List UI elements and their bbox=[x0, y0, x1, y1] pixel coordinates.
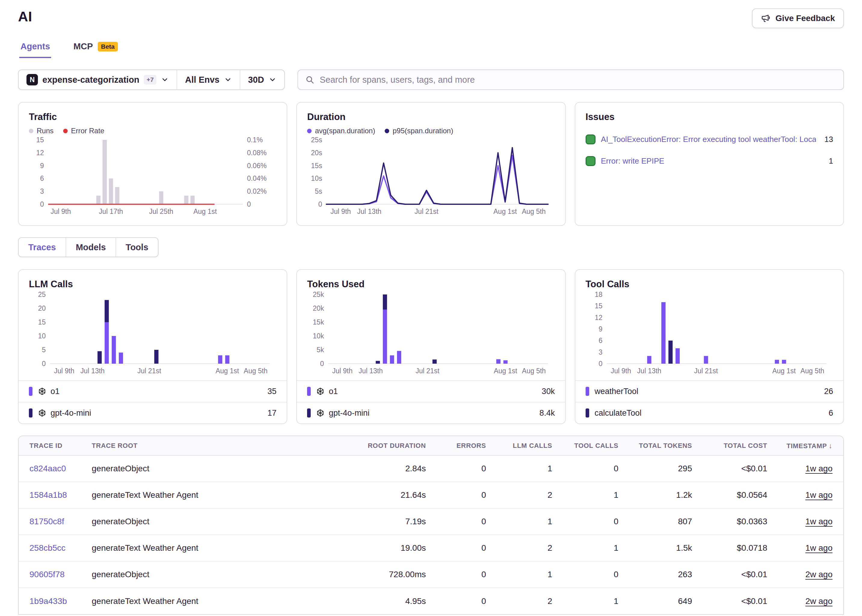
duration-chart: 05s10s15s20s25sJul 9thJul 13thJul 21stAu… bbox=[307, 137, 554, 216]
tokens-used-legend: o130kgpt-4o-mini8.4k bbox=[297, 380, 565, 423]
openai-icon bbox=[38, 409, 46, 417]
cell-timestamp: 1w ago bbox=[773, 535, 843, 561]
timestamp-value: 2w ago bbox=[805, 570, 832, 579]
table-row[interactable]: 81750c8fgenerateObject7.19s010807$0.0363… bbox=[19, 508, 843, 535]
column-header-total-cost[interactable]: TOTAL COST bbox=[697, 436, 773, 456]
trace-id-link[interactable]: c824aac0 bbox=[30, 464, 66, 473]
table-row[interactable]: c824aac0generateObject2.84s010295<$0.011… bbox=[19, 456, 843, 482]
legend-total-row[interactable]: weatherTool26 bbox=[575, 380, 843, 402]
environment-filter-dropdown[interactable]: All Envs bbox=[177, 70, 239, 90]
legend-dot bbox=[307, 129, 312, 133]
series-name: o1 bbox=[329, 387, 338, 396]
svg-text:10: 10 bbox=[38, 332, 46, 340]
svg-text:Jul 21st: Jul 21st bbox=[415, 207, 439, 215]
column-label: ROOT DURATION bbox=[368, 442, 426, 449]
tokens-used-card-title: Tokens Used bbox=[307, 279, 554, 290]
trace-id-link[interactable]: 1584a1b8 bbox=[30, 490, 67, 500]
trace-id-link[interactable]: 81750c8f bbox=[30, 517, 64, 526]
column-header-llm-calls[interactable]: LLM CALLS bbox=[491, 436, 557, 456]
cell-timestamp: 1w ago bbox=[773, 482, 843, 508]
series-name: gpt-4o-mini bbox=[50, 409, 91, 418]
cell-root-duration: 728.00ms bbox=[347, 561, 431, 588]
table-row[interactable]: 1b9a433bgenerateText Weather Agent4.95s0… bbox=[19, 588, 843, 614]
svg-text:20k: 20k bbox=[313, 304, 324, 312]
cell-timestamp: 2w ago bbox=[773, 588, 843, 614]
cell-total-cost: $0.0564 bbox=[697, 482, 773, 508]
svg-text:15k: 15k bbox=[313, 318, 324, 326]
column-header-tool-calls[interactable]: TOOL CALLS bbox=[557, 436, 624, 456]
search-bar[interactable] bbox=[297, 69, 844, 90]
search-input[interactable] bbox=[320, 75, 836, 85]
trace-id-link[interactable]: 258cb5cc bbox=[30, 543, 66, 553]
main-tabs: Agents MCP Beta bbox=[18, 39, 844, 58]
svg-text:20s: 20s bbox=[311, 149, 322, 157]
table-row[interactable]: 1584a1b8generateText Weather Agent21.64s… bbox=[19, 482, 843, 508]
project-filter-dropdown[interactable]: N expense-categorization +7 bbox=[19, 70, 177, 90]
column-label: TRACE ID bbox=[30, 442, 63, 449]
cell-total-tokens: 263 bbox=[624, 561, 697, 588]
timestamp-value: 1w ago bbox=[805, 464, 832, 473]
column-header-total-tokens[interactable]: TOTAL TOKENS bbox=[624, 436, 697, 456]
issue-title-link[interactable]: Error: write EPIPE bbox=[601, 156, 821, 166]
svg-text:Jul 9th: Jul 9th bbox=[54, 367, 74, 375]
column-label: TIMESTAMP bbox=[787, 442, 827, 449]
column-header-timestamp[interactable]: TIMESTAMP↓ bbox=[773, 436, 843, 456]
svg-text:Aug 5th: Aug 5th bbox=[522, 367, 546, 375]
svg-text:Aug 5th: Aug 5th bbox=[800, 367, 824, 375]
trace-id-link[interactable]: 90605f78 bbox=[30, 570, 65, 579]
svg-text:5s: 5s bbox=[315, 187, 322, 195]
legend-total-row[interactable]: gpt-4o-mini17 bbox=[19, 402, 287, 423]
legend-item: avg(span.duration) bbox=[307, 127, 375, 135]
cell-llm-calls: 1 bbox=[491, 508, 557, 535]
subtab-models[interactable]: Models bbox=[66, 238, 116, 256]
environment-filter-label: All Envs bbox=[185, 75, 219, 85]
cell-trace-root: generateObject bbox=[86, 561, 347, 588]
date-range-filter-dropdown[interactable]: 30D bbox=[240, 70, 284, 90]
subtabs-wrap: TracesModelsTools bbox=[18, 237, 844, 257]
column-header-trace-id[interactable]: TRACE ID bbox=[19, 436, 86, 456]
column-header-errors[interactable]: ERRORS bbox=[431, 436, 491, 456]
cell-trace-root: generateText Weather Agent bbox=[86, 482, 347, 508]
timestamp-value: 1w ago bbox=[805, 517, 832, 526]
svg-text:10k: 10k bbox=[313, 332, 324, 340]
duration-card: Duration avg(span.duration)p95(span.dura… bbox=[296, 102, 565, 226]
chevron-down-icon bbox=[268, 76, 276, 83]
subtab-traces[interactable]: Traces bbox=[19, 238, 66, 256]
cell-trace-id: 1b9a433b bbox=[19, 588, 86, 614]
tab-agents-label: Agents bbox=[20, 41, 50, 52]
issue-row[interactable]: AI_ToolExecutionError: Error executing t… bbox=[586, 129, 833, 150]
column-header-trace-root[interactable]: TRACE ROOT bbox=[86, 436, 347, 456]
legend-label: Error Rate bbox=[71, 127, 104, 135]
cell-tool-calls: 1 bbox=[557, 588, 624, 614]
cell-tool-calls: 0 bbox=[557, 456, 624, 482]
svg-text:3: 3 bbox=[598, 348, 603, 356]
svg-text:0.08%: 0.08% bbox=[247, 149, 267, 157]
cell-trace-id: c824aac0 bbox=[19, 456, 86, 482]
svg-text:3: 3 bbox=[40, 187, 44, 195]
table-row[interactable]: 90605f78generateObject728.00ms010263<$0.… bbox=[19, 561, 843, 588]
legend-total-row[interactable]: calculateTool6 bbox=[575, 402, 843, 423]
table-row[interactable]: 258cb5ccgenerateText Weather Agent19.00s… bbox=[19, 535, 843, 561]
column-label: TOTAL TOKENS bbox=[639, 442, 692, 449]
series-total: 26 bbox=[824, 387, 833, 396]
svg-text:6: 6 bbox=[598, 336, 603, 344]
legend-total-row[interactable]: o130k bbox=[297, 380, 565, 402]
issue-title-link[interactable]: AI_ToolExecutionError: Error executing t… bbox=[601, 135, 816, 144]
issue-row[interactable]: Error: write EPIPE1 bbox=[586, 150, 833, 172]
series-swatch bbox=[307, 409, 311, 418]
project-icon: N bbox=[27, 74, 38, 85]
legend-total-row[interactable]: gpt-4o-mini8.4k bbox=[297, 402, 565, 423]
tab-mcp[interactable]: MCP Beta bbox=[72, 39, 119, 58]
legend-total-row[interactable]: o135 bbox=[19, 380, 287, 402]
series-name: weatherTool bbox=[595, 387, 639, 396]
series-name: calculateTool bbox=[595, 409, 642, 418]
trace-id-link[interactable]: 1b9a433b bbox=[30, 596, 67, 606]
cell-total-tokens: 649 bbox=[624, 588, 697, 614]
subtab-tools[interactable]: Tools bbox=[116, 238, 158, 256]
column-header-root-duration[interactable]: ROOT DURATION bbox=[347, 436, 431, 456]
give-feedback-button[interactable]: Give Feedback bbox=[752, 8, 844, 28]
cell-llm-calls: 2 bbox=[491, 535, 557, 561]
tab-agents[interactable]: Agents bbox=[19, 39, 51, 58]
column-label: LLM CALLS bbox=[513, 442, 552, 449]
issue-level-icon bbox=[586, 156, 595, 166]
